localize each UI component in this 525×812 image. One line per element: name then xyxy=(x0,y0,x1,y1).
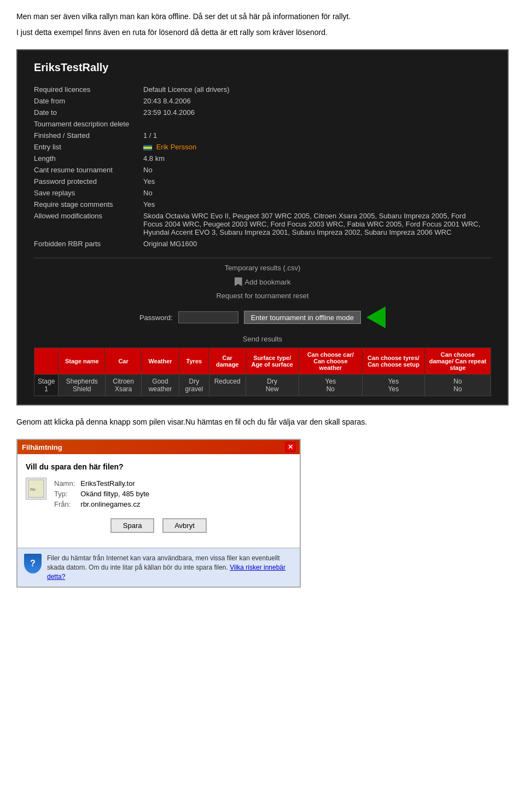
enter-offline-button[interactable]: Enter tournament in offline mode xyxy=(244,311,361,324)
table-row: Allowed modifications Skoda Octavia WRC … xyxy=(34,210,491,238)
table-row: Required licences Default Licence (all d… xyxy=(34,84,491,95)
table-row: Tournament description delete xyxy=(34,118,491,130)
rally-title: EriksTestRally xyxy=(34,61,491,74)
table-row: Cant resume tournament No xyxy=(34,164,491,176)
choose-damage-cell: NoNo xyxy=(424,375,491,396)
shield-icon: ? xyxy=(24,554,42,573)
col-header-choose-tyres: Can choose tyres/ Can choose setup xyxy=(363,348,425,375)
password-row: Password: Enter tournament in offline mo… xyxy=(34,306,491,328)
col-header-car: Car xyxy=(106,348,142,375)
request-reset-section: Request for tournament reset xyxy=(34,292,491,300)
table-row: Forbidden RBR parts Original MG1600 xyxy=(34,238,491,250)
dialog-title: Filhämtning xyxy=(22,443,62,451)
field-label: Password protected xyxy=(34,176,143,187)
file-details: Namn: EriksTestRally.tor Typ: Okänd filt… xyxy=(53,478,155,510)
dialog-buttons: Spara Avbryt xyxy=(26,518,291,533)
weather-cell: Good weather xyxy=(141,375,179,396)
send-results-section: Send results xyxy=(34,335,491,343)
surface-cell: DryNew xyxy=(246,375,299,396)
flag-icon xyxy=(143,145,152,150)
entry-list-link[interactable]: Erik Persson xyxy=(156,143,197,151)
table-row: Typ: Okänd filtyp, 485 byte xyxy=(54,489,154,498)
field-value: No xyxy=(143,187,491,199)
dialog-close-button[interactable]: ✕ xyxy=(285,442,295,452)
add-bookmark-link[interactable]: Add bookmark xyxy=(245,278,291,286)
table-row: Require stage comments Yes xyxy=(34,199,491,210)
save-button[interactable]: Spara xyxy=(110,518,154,533)
col-header-choose-car: Can choose car/ Can choose weather xyxy=(299,348,363,375)
col-header-empty xyxy=(34,348,59,375)
col-header-car-damage: Car damage xyxy=(209,348,246,375)
table-row: Namn: EriksTestRally.tor xyxy=(54,479,154,488)
dialog-body: Vill du spara den här filen? file Namn: … xyxy=(18,454,300,548)
password-input[interactable] xyxy=(178,311,238,323)
field-value xyxy=(143,118,491,130)
dialog-titlebar: Filhämtning ✕ xyxy=(18,440,300,454)
rally-panel: EriksTestRally Required licences Default… xyxy=(16,49,509,405)
file-info: file Namn: EriksTestRally.tor Typ: Okänd… xyxy=(26,478,291,510)
dialog-overlay: Filhämtning ✕ Vill du spara den här file… xyxy=(16,439,509,588)
rally-info-table: Required licences Default Licence (all d… xyxy=(34,84,491,250)
col-header-choose-damage: Can choose damage/ Can repeat stage xyxy=(424,348,491,375)
field-value: Skoda Octavia WRC Evo II, Peugeot 307 WR… xyxy=(143,210,491,238)
field-value: EriksTestRally.tor xyxy=(80,479,154,488)
bookmark-icon xyxy=(235,277,242,286)
field-value: 4.8 km xyxy=(143,153,491,164)
field-value: Default Licence (all drivers) xyxy=(143,84,491,95)
field-label: Require stage comments xyxy=(34,199,143,210)
table-row: Entry list Erik Persson xyxy=(34,141,491,153)
table-row: Finished / Started 1 / 1 xyxy=(34,130,491,141)
field-label: Date from xyxy=(34,95,143,107)
table-row: Length 4.8 km xyxy=(34,153,491,164)
field-label: Namn: xyxy=(54,479,79,488)
field-value: 1 / 1 xyxy=(143,130,491,141)
stage-table-wrapper: Stage name Car Weather Tyres Car damage … xyxy=(34,347,491,396)
page-wrapper: Men man ser även vilka rallyn man kan kö… xyxy=(0,0,525,599)
temp-results-link[interactable]: Temporary results (.csv) xyxy=(34,264,491,272)
file-download-dialog: Filhämtning ✕ Vill du spara den här file… xyxy=(16,439,301,588)
field-value: No xyxy=(143,164,491,176)
choose-tyres-cell: YesYes xyxy=(363,375,425,396)
outro-para: Genom att klicka på denna knapp som pile… xyxy=(16,416,509,428)
field-value: Yes xyxy=(143,199,491,210)
file-icon: file xyxy=(26,478,46,500)
table-header-row: Stage name Car Weather Tyres Car damage … xyxy=(34,348,491,375)
field-label: Entry list xyxy=(34,141,143,153)
center-links: Temporary results (.csv) xyxy=(34,264,491,272)
col-header-stage-name: Stage name xyxy=(59,348,106,375)
col-header-weather: Weather xyxy=(141,348,179,375)
bookmark-section: Add bookmark xyxy=(34,277,491,286)
field-value: Erik Persson xyxy=(143,141,491,153)
intro-para2: I just detta exempel finns även en ruta … xyxy=(16,27,509,38)
intro-section: Men man ser även vilka rallyn man kan kö… xyxy=(16,11,509,38)
send-results-link[interactable]: Send results xyxy=(243,335,282,343)
stage-table: Stage name Car Weather Tyres Car damage … xyxy=(34,347,491,396)
stage-name-cell: Shepherds Shield xyxy=(59,375,106,396)
field-value: rbr.onlinegames.cz xyxy=(80,500,154,509)
request-reset-link[interactable]: Request for tournament reset xyxy=(34,292,491,300)
field-label: Save replays xyxy=(34,187,143,199)
choose-car-cell: YesNo xyxy=(299,375,363,396)
divider xyxy=(34,258,491,258)
field-value: 20:43 8.4.2006 xyxy=(143,95,491,107)
svg-text:file: file xyxy=(30,487,36,492)
stage-number: Stage 1 xyxy=(34,375,59,396)
dialog-footer: ? Filer du hämtar från Internet kan vara… xyxy=(18,548,300,587)
field-label: Finished / Started xyxy=(34,130,143,141)
dialog-question: Vill du spara den här filen? xyxy=(26,462,291,471)
field-label: Date to xyxy=(34,107,143,118)
field-label: Typ: xyxy=(54,489,79,498)
table-row: Save replays No xyxy=(34,187,491,199)
table-row: Password protected Yes xyxy=(34,176,491,187)
table-row: Date from 20:43 8.4.2006 xyxy=(34,95,491,107)
field-value: Yes xyxy=(143,176,491,187)
table-row: Date to 23:59 10.4.2006 xyxy=(34,107,491,118)
field-label: Tournament description delete xyxy=(34,118,143,130)
field-label: Från: xyxy=(54,500,79,509)
field-label: Length xyxy=(34,153,143,164)
outro-section: Genom att klicka på denna knapp som pile… xyxy=(16,416,509,428)
cancel-button[interactable]: Avbryt xyxy=(162,518,207,533)
field-label: Allowed modifications xyxy=(34,210,143,238)
dialog-footer-text: Filer du hämtar från Internet kan vara a… xyxy=(47,554,293,581)
field-label: Required licences xyxy=(34,84,143,95)
